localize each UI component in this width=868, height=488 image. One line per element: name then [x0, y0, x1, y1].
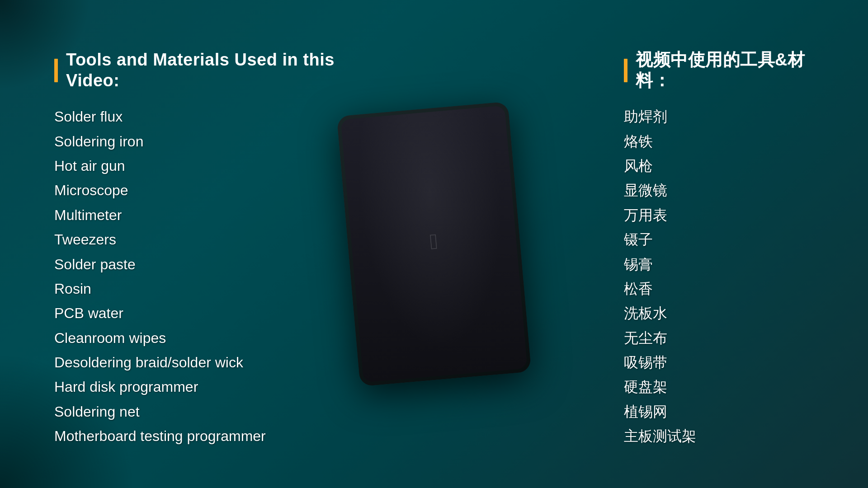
left-title-text: Tools and Materials Used in this Video:: [66, 50, 362, 91]
right-list-item: 烙铁: [624, 130, 814, 153]
right-title-text: 视频中使用的工具&材料：: [636, 50, 814, 91]
right-list-item: 松香: [624, 277, 814, 300]
left-title-accent-bar: [54, 59, 58, 82]
left-list-item: Microscope: [54, 179, 362, 202]
right-list-item: 植锡网: [624, 400, 814, 423]
left-list-item: Desoldering braid/solder wick: [54, 351, 362, 374]
right-list-item: 显微镜: [624, 179, 814, 202]
left-column: Tools and Materials Used in this Video: …: [54, 50, 362, 448]
right-list-item: 吸锡带: [624, 351, 814, 374]
left-list-item: Motherboard testing programmer: [54, 425, 362, 447]
right-list-item: 硬盘架: [624, 375, 814, 398]
left-list-item: Multimeter: [54, 204, 362, 226]
left-list-item: Solder paste: [54, 253, 362, 276]
right-title-accent-bar: [624, 59, 627, 82]
left-list-item: Solder flux: [54, 105, 362, 128]
right-list-item: 锡膏: [624, 253, 814, 276]
left-list-item: PCB water: [54, 302, 362, 324]
left-items-list: Solder fluxSoldering ironHot air gunMicr…: [54, 105, 362, 447]
right-list-item: 镊子: [624, 228, 814, 251]
right-list-item: 助焊剂: [624, 105, 814, 128]
right-list-item: 主板测试架: [624, 425, 814, 447]
right-list-item: 洗板水: [624, 302, 814, 324]
left-list-item: Hard disk programmer: [54, 375, 362, 398]
left-list-item: Tweezers: [54, 228, 362, 251]
left-section-title: Tools and Materials Used in this Video:: [54, 50, 362, 91]
right-column: 视频中使用的工具&材料： 助焊剂烙铁风枪显微镜万用表镊子锡膏松香洗板水无尘布吸锡…: [624, 50, 814, 448]
left-list-item: Soldering net: [54, 400, 362, 423]
right-items-list: 助焊剂烙铁风枪显微镜万用表镊子锡膏松香洗板水无尘布吸锡带硬盘架植锡网主板测试架: [624, 105, 814, 447]
right-list-item: 无尘布: [624, 327, 814, 349]
right-list-item: 风枪: [624, 155, 814, 177]
left-list-item: Cleanroom wipes: [54, 327, 362, 349]
left-list-item: Soldering iron: [54, 130, 362, 153]
main-content: Tools and Materials Used in this Video: …: [0, 0, 868, 488]
right-section-title: 视频中使用的工具&材料：: [624, 50, 814, 91]
left-list-item: Rosin: [54, 277, 362, 300]
left-list-item: Hot air gun: [54, 155, 362, 177]
right-list-item: 万用表: [624, 204, 814, 226]
